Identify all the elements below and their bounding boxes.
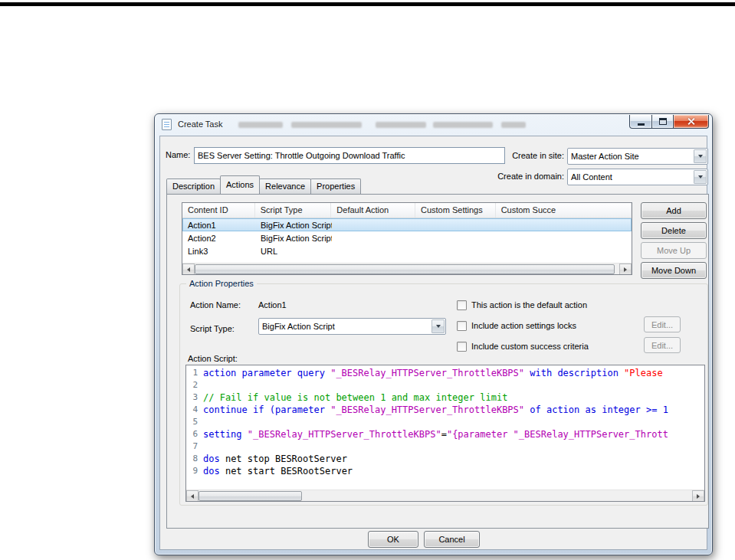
move-up-button[interactable]: Move Up (641, 242, 707, 259)
cell-content-id: Link3 (182, 247, 255, 256)
action-properties-label: Action Properties (186, 279, 257, 288)
site-combobox-arrow[interactable] (694, 149, 707, 163)
redacted-text (291, 122, 362, 128)
tab-relevance[interactable]: Relevance (259, 178, 311, 194)
create-in-domain-label: Create in domain: (490, 172, 564, 181)
table-row-link3[interactable]: Link3 URL (182, 244, 632, 257)
arrow-left-icon (187, 267, 190, 272)
window-controls (629, 115, 709, 129)
scroll-right-button[interactable] (619, 264, 632, 275)
create-in-site-combobox[interactable]: Master Action Site (567, 148, 708, 165)
redacted-text (433, 122, 493, 128)
code-line: 2 (186, 379, 704, 391)
tab-strip: Description Actions Relevance Properties (166, 178, 360, 194)
create-in-domain-combobox[interactable]: All Content (567, 169, 708, 185)
script-type-combobox-arrow[interactable] (431, 319, 445, 333)
edit-settings-locks-button[interactable]: Edit... (644, 316, 681, 332)
cell-script-type: URL (255, 247, 332, 256)
close-icon (687, 117, 695, 126)
table-row-action2[interactable]: Action2 BigFix Action Script (182, 231, 632, 244)
code-text: continue if (parameter "_BESRelay_HTTPSe… (203, 404, 668, 416)
settings-locks-checkbox-row: Include action settings locks (457, 320, 576, 331)
tab-actions[interactable]: Actions (220, 175, 260, 194)
tab-description[interactable]: Description (166, 178, 221, 194)
action-name-value: Action1 (258, 300, 287, 309)
code-line: 8dos net stop BESRootServer (186, 453, 704, 465)
line-number: 7 (186, 440, 203, 453)
table-hscrollbar[interactable] (182, 263, 632, 274)
domain-combobox-value: All Content (568, 172, 693, 182)
ok-button[interactable]: OK (368, 531, 418, 548)
action-script-lines[interactable]: 1action parameter query "_BESRelay_HTTPS… (186, 365, 704, 490)
column-header-custom-success[interactable]: Custom Succe (496, 203, 632, 218)
script-type-label: Script Type: (190, 324, 235, 333)
cell-script-type: BigFix Action Script (255, 221, 332, 230)
line-number: 4 (186, 404, 203, 416)
maximize-button[interactable] (652, 115, 674, 129)
domain-combobox-arrow[interactable] (694, 170, 707, 184)
editor-hscrollbar[interactable] (186, 490, 704, 501)
maximize-icon (659, 118, 667, 125)
column-header-custom-settings[interactable]: Custom Settings (415, 203, 496, 218)
actions-table: Content ID Script Type Default Action Cu… (182, 202, 632, 275)
action-script-editor[interactable]: 1action parameter query "_BESRelay_HTTPS… (185, 365, 705, 502)
line-number: 2 (186, 379, 203, 391)
page-top-border (0, 2, 735, 6)
minimize-button[interactable] (629, 115, 652, 129)
column-header-script-type[interactable]: Script Type (255, 203, 332, 218)
code-text: // Fail if value is not between 1 and ma… (203, 391, 507, 404)
default-action-checkbox[interactable] (457, 300, 467, 310)
chevron-down-icon (698, 175, 703, 178)
delete-button[interactable]: Delete (641, 222, 707, 239)
column-header-default-action[interactable]: Default Action (331, 203, 415, 218)
actions-tab-panel: Content ID Script Type Default Action Cu… (166, 194, 709, 529)
cell-content-id: Action2 (182, 234, 255, 243)
close-button[interactable] (674, 115, 709, 129)
action-name-label: Action Name: (190, 300, 241, 309)
create-in-site-label: Create in site: (490, 151, 564, 160)
line-number: 9 (186, 465, 203, 477)
action-properties-group: Action Properties Action Name: Action1 S… (179, 283, 708, 506)
line-number: 1 (186, 367, 203, 379)
table-row-action1[interactable]: Action1 BigFix Action Script (182, 218, 632, 231)
edit-success-criteria-button[interactable]: Edit... (644, 337, 681, 353)
default-action-checkbox-label: This action is the default action (471, 300, 587, 309)
titlebar[interactable]: Create Task (155, 114, 712, 136)
code-line: 7 (186, 440, 704, 453)
scroll-left-button[interactable] (186, 490, 199, 502)
line-number: 8 (186, 453, 203, 465)
script-type-combobox[interactable]: BigFix Action Script (258, 318, 446, 335)
task-document-icon (162, 119, 172, 130)
dialog-client-area: Name: Create in site: Master Action Site… (159, 136, 707, 550)
scroll-thumb[interactable] (199, 491, 302, 501)
arrow-right-icon (697, 494, 700, 499)
arrow-left-icon (191, 494, 194, 499)
line-number: 5 (186, 416, 203, 428)
cell-script-type: BigFix Action Script (255, 234, 332, 243)
code-line: 1action parameter query "_BESRelay_HTTPS… (186, 367, 704, 379)
site-combobox-value: Master Action Site (568, 152, 693, 161)
scroll-right-button[interactable] (692, 490, 704, 502)
name-input[interactable] (194, 147, 505, 164)
create-task-dialog: Create Task Name: Create in site: Master… (154, 113, 713, 555)
column-header-content-id[interactable]: Content ID (182, 203, 255, 218)
code-text: setting "_BESRelay_HTTPServer_ThrottleKB… (203, 428, 668, 440)
code-line: 3// Fail if value is not between 1 and m… (186, 391, 704, 404)
add-button[interactable]: Add (641, 202, 707, 219)
move-down-button[interactable]: Move Down (641, 262, 707, 279)
settings-locks-checkbox[interactable] (457, 321, 467, 331)
code-line: 5 (186, 416, 704, 428)
code-line: 4continue if (parameter "_BESRelay_HTTPS… (186, 404, 704, 416)
scroll-left-button[interactable] (182, 264, 195, 275)
code-line: 9dos net start BESRootServer (186, 465, 704, 477)
dialog-title: Create Task (178, 120, 223, 129)
cancel-button[interactable]: Cancel (424, 531, 480, 548)
settings-locks-checkbox-label: Include action settings locks (471, 321, 576, 330)
line-number: 6 (186, 428, 203, 440)
tab-properties[interactable]: Properties (310, 178, 361, 194)
arrow-right-icon (624, 267, 627, 272)
scroll-thumb[interactable] (195, 264, 615, 274)
success-criteria-checkbox[interactable] (457, 342, 467, 352)
redacted-text (501, 122, 526, 128)
redacted-text (376, 122, 426, 128)
